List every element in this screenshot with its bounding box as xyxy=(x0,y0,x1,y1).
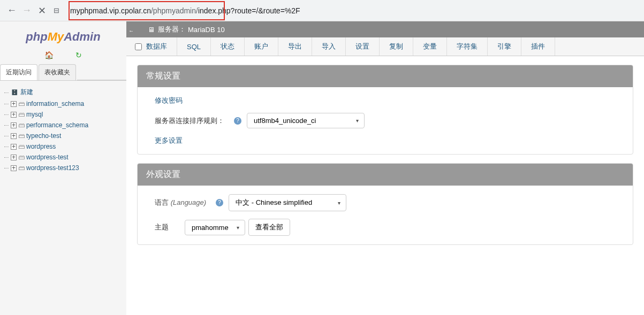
database-tree: 🗄️ 新建 +🗃information_schema +🗃mysql +🗃per… xyxy=(0,81,126,179)
nav-status[interactable]: 状态 xyxy=(211,37,245,56)
expand-icon[interactable]: + xyxy=(11,165,17,171)
db-item[interactable]: +🗃wordpress xyxy=(0,141,126,152)
change-password-link[interactable]: 修改密码 xyxy=(155,96,616,105)
language-row: 语言 (Language) ? 中文 - Chinese simplified … xyxy=(155,194,616,211)
chevron-down-icon: ▾ xyxy=(356,118,359,124)
server-icon: 🖥 xyxy=(148,26,155,34)
nav-replication[interactable]: 复制 xyxy=(380,37,413,56)
refresh-icon[interactable]: ↻ xyxy=(75,51,82,59)
app-content: phpMyAdmin 🏠 ↻ 近期访问 表收藏夹 🗄️ 新建 +🗃informa… xyxy=(0,21,644,315)
nav-sql[interactable]: SQL xyxy=(177,37,211,56)
expand-icon[interactable]: + xyxy=(11,122,17,128)
help-icon[interactable]: ? xyxy=(216,199,223,206)
expand-icon[interactable]: + xyxy=(11,144,17,150)
server-breadcrumb: 🖥 服务器： MariaDB 10 xyxy=(126,21,644,37)
server-label: 服务器： xyxy=(158,25,186,34)
theme-row: 主题 pmahomme ▾ 查看全部 xyxy=(155,219,616,236)
nav-variables[interactable]: 变量 xyxy=(413,37,447,56)
db-item[interactable]: +🗃information_schema xyxy=(0,98,126,109)
select-all-checkbox[interactable] xyxy=(135,43,142,50)
logo-admin: Admin xyxy=(64,30,100,43)
new-db-icon: 🗄️ xyxy=(11,89,18,96)
database-icon: 🗃 xyxy=(18,132,25,140)
db-item[interactable]: +🗃wordpress-test123 xyxy=(0,163,126,173)
db-item[interactable]: +🗃typecho-test xyxy=(0,130,126,141)
logo-my: My xyxy=(48,30,64,43)
site-info-icon[interactable]: ⊟ xyxy=(54,6,59,14)
chevron-down-icon: ▾ xyxy=(338,200,340,206)
appearance-settings-title: 外观设置 xyxy=(138,164,633,186)
db-item[interactable]: +🗃wordpress-test xyxy=(0,152,126,163)
nav-export[interactable]: 导出 xyxy=(278,37,312,56)
database-icon: 🗃 xyxy=(18,164,25,172)
more-settings-link[interactable]: 更多设置 xyxy=(155,136,616,145)
language-label: 语言 (Language) xyxy=(155,198,206,208)
stop-button[interactable]: ✕ xyxy=(34,3,49,18)
nav-accounts[interactable]: 账户 xyxy=(245,37,278,56)
database-icon: 🗃 xyxy=(18,100,25,107)
nav-import[interactable]: 导入 xyxy=(312,37,346,56)
database-icon: 🗃 xyxy=(18,121,25,129)
collapse-sidebar-button[interactable]: ← xyxy=(126,27,136,35)
database-icon: 🗃 xyxy=(18,153,25,161)
nav-engines[interactable]: 引擎 xyxy=(488,37,521,56)
theme-select[interactable]: pmahomme ▾ xyxy=(185,220,245,235)
database-icon: 🗃 xyxy=(18,111,25,118)
collation-row: 服务器连接排序规则： ? utf8mb4_unicode_ci ▾ xyxy=(155,113,616,128)
home-icon[interactable]: 🏠 xyxy=(44,51,54,59)
nav-databases[interactable]: 数据库 xyxy=(126,37,177,56)
server-name[interactable]: MariaDB 10 xyxy=(188,26,225,34)
appearance-settings-panel: 外观设置 语言 (Language) ? 中文 - Chinese simpli… xyxy=(137,163,633,245)
collation-select[interactable]: utf8mb4_unicode_ci ▾ xyxy=(247,113,365,128)
general-settings-title: 常规设置 xyxy=(138,65,633,87)
sidebar: phpMyAdmin 🏠 ↻ 近期访问 表收藏夹 🗄️ 新建 +🗃informa… xyxy=(0,21,126,315)
nav-settings[interactable]: 设置 xyxy=(346,37,380,56)
browser-toolbar: ← → ✕ ⊟ myphpmad.vip.cpolar.cn/phpmyadmi… xyxy=(0,0,644,21)
tab-recent[interactable]: 近期访问 xyxy=(0,64,37,80)
top-navigation: 数据库 SQL 状态 账户 导出 导入 设置 复制 变量 字符集 引擎 插件 xyxy=(126,37,644,56)
expand-icon[interactable]: + xyxy=(11,101,17,107)
main-area: ← 🖥 服务器： MariaDB 10 数据库 SQL 状态 账户 导出 导入 … xyxy=(126,21,644,315)
chevron-down-icon: ▾ xyxy=(237,225,239,231)
db-item[interactable]: +🗃mysql xyxy=(0,109,126,120)
logo-php: php xyxy=(26,30,47,43)
sidebar-quick-icons: 🏠 ↻ xyxy=(0,48,126,64)
logo[interactable]: phpMyAdmin xyxy=(0,21,126,48)
db-item[interactable]: +🗃performance_schema xyxy=(0,120,126,130)
theme-label: 主题 xyxy=(155,222,169,232)
annotation-highlight xyxy=(69,1,225,20)
nav-plugins[interactable]: 插件 xyxy=(521,37,555,56)
back-button[interactable]: ← xyxy=(4,3,19,18)
new-database[interactable]: 🗄️ 新建 xyxy=(0,86,126,98)
view-all-themes-button[interactable]: 查看全部 xyxy=(248,219,290,236)
expand-icon[interactable]: + xyxy=(11,112,17,118)
collation-label: 服务器连接排序规则： xyxy=(155,116,224,126)
language-select[interactable]: 中文 - Chinese simplified ▾ xyxy=(229,194,346,211)
expand-icon[interactable]: + xyxy=(11,133,17,139)
sidebar-tabs: 近期访问 表收藏夹 xyxy=(0,64,126,81)
forward-button[interactable]: → xyxy=(19,3,34,18)
expand-icon[interactable]: + xyxy=(11,155,17,160)
general-settings-panel: 常规设置 修改密码 服务器连接排序规则： ? utf8mb4_unicode_c… xyxy=(137,65,633,155)
database-icon: 🗃 xyxy=(18,143,25,150)
tab-favorites[interactable]: 表收藏夹 xyxy=(39,64,76,80)
help-icon[interactable]: ? xyxy=(234,117,241,125)
nav-charsets[interactable]: 字符集 xyxy=(447,37,488,56)
